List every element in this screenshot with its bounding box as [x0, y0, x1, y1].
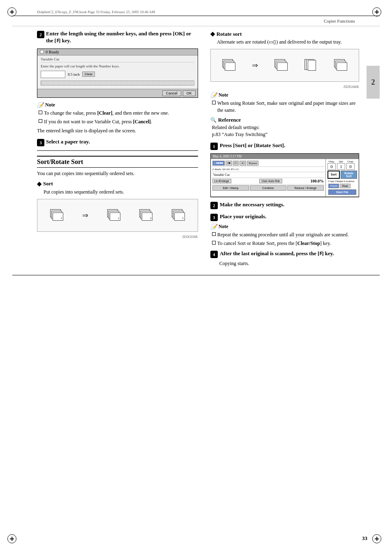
note1-box: 📝 Note To change the value, press [Clear… [37, 102, 198, 134]
ui-input-row: 8.5 inch Clear [41, 71, 194, 78]
step2-right-number: 2 [210, 202, 218, 209]
ready-text: 0 Ready [46, 50, 59, 54]
reduce-enlarge-btn[interactable]: Reduce / Enlarge [287, 185, 324, 191]
ui-input-label: 8.5 inch [68, 72, 80, 76]
reference-title: Reference [218, 117, 241, 123]
step3-right: 3 Place your originals. [210, 213, 359, 221]
ui-titlebar: 0 Ready [37, 49, 198, 55]
corner-mark-tr [372, 7, 385, 20]
rotate-sort-btn[interactable]: Rotate Sort [341, 171, 357, 179]
page-header: Copier Functions [12, 16, 380, 26]
user-auto-btn[interactable]: User Auto Rdc [259, 179, 282, 183]
copy-location: Copy Output Location Front Rear Start Fi… [327, 179, 357, 196]
step1-right-number: 1 [210, 143, 218, 150]
loc-rear-btn[interactable]: Rear [340, 184, 350, 188]
size3: 8½×11 [231, 168, 238, 171]
note2-checkbox1 [212, 101, 216, 104]
ui-scroll-area [41, 81, 194, 85]
tray-item-4[interactable]: 4□ [240, 161, 246, 166]
sort-item-header: ◆ Sort [37, 180, 198, 187]
note3-text1: Repeat the scanning procedure until all … [217, 231, 349, 238]
ui-input-field[interactable] [41, 71, 65, 78]
page-container: DolphinC2_ENcopy_F_FM.book Page 33 Frida… [0, 0, 392, 554]
qty-label: Qty [337, 160, 345, 163]
ui-ok-button[interactable]: OK [183, 90, 196, 96]
tray-item-2[interactable]: 5■ [226, 161, 232, 166]
reference-text2: p.83 “Auto Tray Switching” [210, 131, 359, 138]
rotate-sort-header: ◆ Rotate sort [210, 30, 359, 37]
bottom-line [12, 275, 380, 275]
reference-icon: 🔍 [210, 117, 217, 123]
rotate-input-papers [222, 59, 235, 72]
sort-btn[interactable]: Sort [327, 171, 340, 179]
header-title: Copier Functions [324, 18, 355, 23]
rotate-out3 [334, 59, 347, 72]
size1: 2 4inch [212, 168, 221, 171]
output-stack3: 3 [172, 209, 185, 222]
left-column: 2 Enter the length using the number keys… [37, 30, 206, 267]
note1-footer: The entered length size is displayed on … [37, 127, 198, 134]
qty-value: 1 [337, 163, 345, 170]
corner-mark-bl [7, 534, 20, 547]
note3-title: Note [219, 224, 228, 230]
rotate-sort-label: Rotate sort [217, 31, 242, 37]
step2-right-text: Make the necessary settings. [220, 201, 359, 208]
ui-clear-button[interactable]: Clear [82, 72, 95, 77]
ui-instruction: Enter the paper roll cut length with the… [41, 64, 194, 68]
sort-buttons: Sort Rotate Sort [327, 171, 357, 179]
ltr-enlarge-btn[interactable]: Ltr./Enlarge [212, 179, 231, 183]
reference-header: 🔍 Reference [210, 117, 359, 123]
output-papers2: 2 [139, 209, 152, 222]
note3-text2: To cancel Sort or Rotate Sort, press the… [217, 240, 331, 247]
combine-btn[interactable]: Combine [250, 185, 286, 191]
note1-text1: To change the value, press [Clear], and … [44, 110, 169, 117]
tray-item-bypass[interactable]: Bypass [247, 161, 258, 166]
rp1 [225, 62, 235, 71]
note1-header: 📝 Note [37, 102, 198, 108]
step2-number: 2 [37, 31, 44, 38]
tray-item-3[interactable]: 𥨔□ [233, 161, 239, 166]
loc-front-btn[interactable]: Front [328, 184, 339, 188]
step1-right: 1 Press [Sort] or [Rotate Sort]. [210, 142, 359, 150]
rotate-sort-diamond: ◆ [210, 30, 215, 37]
sort-section-heading: Sort/Rotate Sort [37, 156, 198, 168]
note1-title: Note [45, 102, 55, 108]
start-file-btn[interactable]: Start File [328, 189, 356, 195]
step3-left-text: Select a paper tray. [46, 138, 198, 145]
var-cut-label: Variable Cut [213, 173, 230, 177]
note2-header: 📝 Note [210, 92, 359, 99]
step4-right-number: 4 [210, 251, 218, 258]
qty-counter: Qty 1 [337, 160, 345, 170]
rotate-sort-diagram: ⇒ [210, 49, 359, 82]
page-number: 33 [362, 535, 367, 542]
sort-item-desc: Put copies into sequentially ordered set… [37, 189, 198, 196]
ui-cancel-button[interactable]: Cancel [162, 90, 181, 96]
edit-stamp-btn[interactable]: Edit / Stamp [212, 185, 249, 191]
rotate-diagram-label: ZEDG040E [210, 85, 359, 89]
rotate-sort-desc: Alternate sets are rotated (▭▯) and deli… [210, 39, 359, 46]
input-papers: 3 [50, 209, 63, 222]
tab-indicator: 2 [367, 66, 380, 99]
ui-content: Variable Cut Enter the paper roll cut le… [37, 55, 198, 89]
note2-title: Note [219, 92, 228, 98]
tray-row: 2 ■■■■ 5■ 𥨔□ 4□ Bypass [212, 160, 325, 167]
note2-icon: 📝 [210, 92, 217, 99]
step1-right-text: Press [Sort] or [Rotate Sort]. [220, 142, 359, 149]
sort-separator [37, 150, 198, 151]
note1-text2: If you do not want to use Variable Cut, … [44, 118, 152, 125]
note3-item2: To cancel Sort or Rotate Sort, press the… [210, 240, 359, 247]
var-cut-row: Variable Cut [212, 172, 325, 178]
output-papers3: 3 [172, 209, 185, 222]
copy-value: 0 [346, 163, 355, 170]
note3-checkbox2 [212, 241, 216, 245]
step3-right-number: 3 [210, 214, 218, 221]
counter-grid: Orig. 0 Qty 1 Copy 0 [327, 160, 357, 170]
copy-label: Copy [346, 160, 355, 163]
paper1: 3 [53, 212, 63, 221]
copy-loc-label: Copy Output Location [328, 180, 356, 183]
step4-footer: Copying starts. [219, 261, 359, 267]
tray-item-1[interactable]: 2 ■■■■ [212, 161, 225, 166]
rotate-sort-item: ◆ Rotate sort Alternate sets are rotated… [210, 30, 359, 46]
op1: 1 [110, 212, 120, 221]
size-row: 2 4inch 10×24 8½×11 [212, 167, 325, 172]
